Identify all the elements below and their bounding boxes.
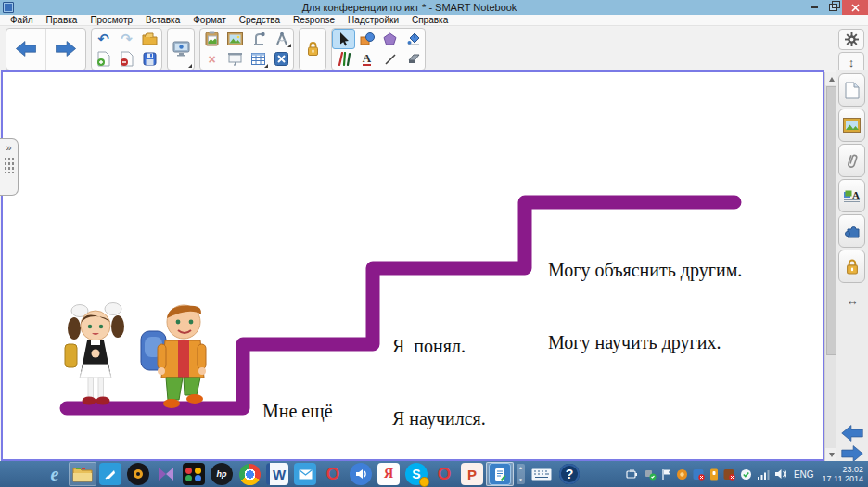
properties-tab[interactable]: A (838, 179, 865, 212)
agent-orange-icon[interactable] (676, 468, 688, 481)
attachments-tab[interactable] (838, 144, 865, 177)
lock-button[interactable] (300, 29, 326, 70)
taskbar-help[interactable]: ? (555, 462, 583, 486)
screen-shade-button[interactable] (223, 49, 247, 70)
restore-icon (829, 4, 837, 11)
paste-button[interactable] (200, 29, 223, 49)
svg-text:A: A (852, 189, 860, 200)
menu-edit[interactable]: Правка (40, 15, 84, 25)
hp-icon: hp (211, 463, 233, 485)
restore-button[interactable] (823, 0, 842, 15)
line-tool-button[interactable] (378, 49, 402, 70)
menu-response[interactable]: Response (287, 15, 341, 25)
usb-device-icon[interactable] (644, 468, 657, 481)
scroll-down-icon (829, 453, 835, 457)
redo-button[interactable]: ↷ (115, 29, 138, 49)
side-panel: A ↔ (836, 70, 868, 461)
regular-polygon-tool-button[interactable] (378, 29, 402, 49)
storage-icon[interactable] (709, 468, 719, 481)
floating-tools-tab[interactable]: » (0, 138, 19, 196)
scroll-more-up-icon: ▲ (518, 466, 523, 470)
scrollbar-thumb[interactable] (826, 86, 836, 355)
eraser-tool-button[interactable] (402, 49, 425, 70)
smart-blocks-button[interactable] (270, 49, 293, 70)
taskbar-puzzle-game[interactable] (180, 462, 208, 486)
screen-share-button[interactable] (168, 29, 194, 70)
error-icon[interactable] (723, 468, 735, 481)
taskbar-hp[interactable]: hp (208, 462, 236, 486)
sync-error-icon[interactable] (693, 468, 705, 481)
taskbar-opera-2[interactable]: O (430, 462, 458, 486)
taskbar-skype[interactable]: S (402, 462, 430, 486)
minimize-button[interactable] (805, 0, 823, 15)
shapes-tool-button[interactable] (355, 29, 378, 49)
menu-tools[interactable]: Средства (233, 15, 287, 25)
pens-tool-button[interactable] (332, 49, 355, 70)
tray-clock[interactable]: 23:02 17.11.2014 (823, 465, 863, 483)
menu-view[interactable]: Просмотр (83, 15, 139, 25)
add-page-button[interactable] (92, 49, 115, 70)
table-button[interactable] (247, 49, 270, 70)
step1-line1: Мне ещё (262, 399, 333, 423)
taskbar-scroll-control[interactable]: ▲▼ (517, 464, 525, 484)
page-canvas[interactable]: Мне ещё нужна помощь. Я понял. Я научилс… (1, 70, 824, 461)
undo-button[interactable]: ↶ (92, 29, 115, 49)
taskbar-mail[interactable] (291, 462, 319, 486)
previous-page-button[interactable] (6, 29, 45, 70)
skype-icon: S (405, 463, 428, 485)
menu-format[interactable]: Формат (186, 15, 233, 25)
security-ok-icon[interactable] (740, 468, 752, 481)
close-button[interactable] (842, 0, 868, 15)
panel-resize-handle[interactable]: ↔ (836, 294, 868, 308)
battery-icon[interactable] (626, 468, 639, 480)
page-sorter-tab[interactable] (838, 73, 865, 107)
taskbar-touch-keyboard[interactable] (528, 462, 555, 486)
taskbar-kmplayer[interactable] (152, 462, 180, 486)
side-next-page-button[interactable] (841, 445, 863, 462)
network-signal-icon[interactable] (757, 469, 770, 480)
taskbar-media-player[interactable] (124, 462, 152, 486)
insert-picture-button[interactable] (223, 29, 247, 49)
step2-text[interactable]: Я понял. Я научился. (392, 286, 486, 479)
taskbar-yandex[interactable]: Я (375, 462, 402, 486)
taskbar-volume-app[interactable] (347, 462, 375, 486)
next-page-button[interactable] (45, 29, 85, 70)
vertical-scrollbar[interactable] (824, 72, 836, 461)
tools-group: A (331, 28, 426, 70)
document-camera-button[interactable] (247, 29, 270, 49)
step3-text[interactable]: Могу объяснить другим. Могу научить друг… (548, 210, 742, 403)
taskbar-smart-notebook[interactable] (486, 462, 514, 486)
taskbar: e hp W O Я S O P ▲▼ ? (0, 461, 868, 487)
taskbar-internet-explorer[interactable]: e (41, 462, 69, 486)
measurement-tools-button[interactable] (270, 29, 293, 49)
menu-help[interactable]: Справка (405, 15, 454, 25)
gallery-tab[interactable] (838, 109, 865, 142)
taskbar-opera[interactable]: O (319, 462, 347, 486)
taskbar-chrome[interactable] (236, 462, 263, 486)
taskbar-word[interactable]: W (263, 462, 291, 486)
taskbar-file-explorer[interactable] (69, 462, 96, 486)
select-tool-button[interactable] (332, 29, 355, 49)
volume-tray-icon[interactable] (774, 468, 786, 480)
text-tool-button[interactable]: A (355, 49, 378, 70)
lock-tab-icon (846, 258, 859, 276)
open-file-button[interactable] (138, 29, 161, 49)
fill-tool-button[interactable] (402, 29, 425, 49)
save-button[interactable] (138, 49, 161, 70)
menu-insert[interactable]: Вставка (139, 15, 186, 25)
delete-page-button[interactable] (115, 49, 138, 70)
delete-icon: × (208, 53, 215, 66)
toolbar-settings-button[interactable] (838, 29, 864, 50)
language-indicator[interactable]: ENG (794, 469, 814, 480)
delete-button[interactable]: × (200, 49, 223, 70)
taskbar-rocket-app[interactable] (96, 462, 124, 486)
addons-tab[interactable] (838, 214, 865, 248)
titlebar: Для конференции по икт * - SMART Noteboo… (0, 0, 868, 15)
side-previous-page-button[interactable] (841, 425, 863, 442)
menu-addons[interactable]: Надстройки (341, 15, 405, 25)
drag-handle-dots[interactable] (4, 157, 15, 173)
action-center-flag-icon[interactable] (661, 468, 671, 481)
my-content-lock-tab[interactable] (838, 250, 865, 283)
menu-file[interactable]: Файл (4, 15, 40, 25)
taskbar-powerpoint[interactable]: P (458, 462, 486, 486)
